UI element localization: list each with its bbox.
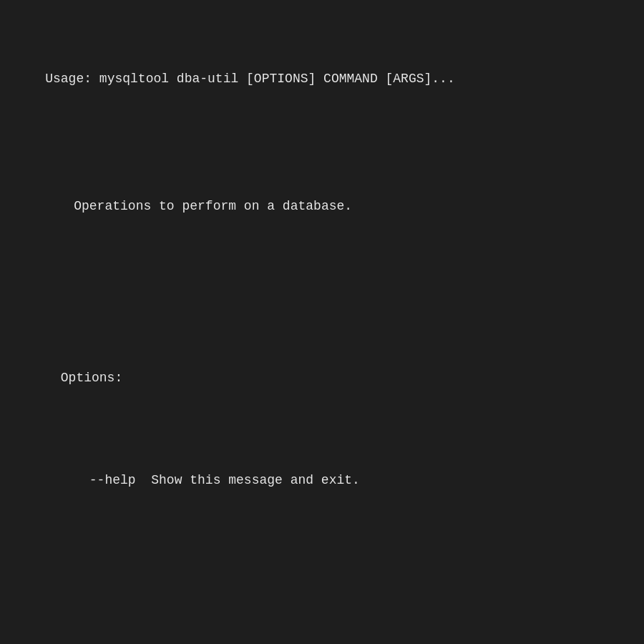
help-description: Show this message and exit. [151, 473, 360, 487]
help-flag: --help [89, 473, 136, 487]
usage-line: Usage: mysqltool dba-util [OPTIONS] COMM… [14, 50, 630, 108]
description-text: Operations to perform on a database. [74, 199, 352, 213]
description-line: Operations to perform on a database. [43, 177, 630, 235]
options-header: Options: [14, 349, 630, 407]
terminal-output: Usage: mysqltool dba-util [OPTIONS] COMM… [14, 11, 630, 644]
options-section: Options: --help Show this message and ex… [14, 311, 630, 548]
help-option-row: --help Show this message and exit. [43, 452, 630, 509]
usage-text: Usage: mysqltool dba-util [OPTIONS] COMM… [45, 72, 455, 86]
commands-section: Commands: bootstrap Given a MySQL host w… [14, 629, 630, 644]
